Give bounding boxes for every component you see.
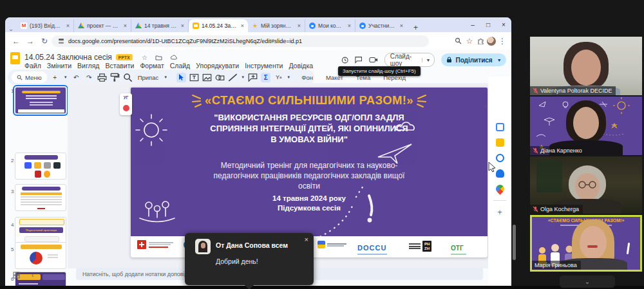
participant-video-2[interactable]: Діана Карпенко: [530, 97, 642, 155]
keep-icon[interactable]: [496, 138, 504, 147]
chat-title: От Дана Сопова всем: [216, 241, 288, 249]
participant-name-label: Марія Гриньова: [532, 261, 581, 270]
tab-close-icon[interactable]: ×: [298, 23, 301, 29]
menu-slide[interactable]: Слайд: [170, 62, 191, 70]
tab-close-icon[interactable]: ×: [66, 23, 70, 29]
current-slide[interactable]: «СТАЄМО СИЛЬНІШИМИ РАЗОМ!» "ВИКОРИСТАННЯ…: [131, 88, 488, 257]
tab-close-icon[interactable]: ×: [181, 23, 184, 29]
site-info-icon[interactable]: [58, 38, 64, 44]
slide-thumbnail-5[interactable]: [15, 242, 66, 269]
calendar-icon[interactable]: [496, 123, 504, 131]
textbox-tool-icon[interactable]: [189, 73, 199, 82]
address-bar[interactable]: docs.google.com/presentation/d/1D-UtBC1Z…: [52, 35, 429, 47]
menu-file[interactable]: Файл: [24, 62, 41, 70]
menu-edit[interactable]: Змінити: [47, 62, 71, 70]
bookmark-star-icon[interactable]: ☆: [464, 37, 475, 46]
insert-image-icon[interactable]: [202, 73, 212, 82]
zoom-tool-icon[interactable]: [123, 73, 133, 82]
maps-icon[interactable]: [494, 183, 506, 194]
grid-view-icon[interactable]: [13, 272, 20, 279]
collapse-filmstrip-icon[interactable]: ‹: [32, 272, 33, 279]
share-button[interactable]: Поділитися ▼: [441, 53, 506, 66]
tab-search-chevron-icon[interactable]: ⌄: [5, 26, 17, 32]
tab-zoom-conferences[interactable]: Мои конфере ×: [305, 19, 355, 32]
present-camera-icon[interactable]: [369, 56, 378, 64]
thumb-number: 5: [11, 247, 14, 252]
back-icon[interactable]: ←: [9, 37, 23, 46]
fit-zoom-select[interactable]: Припас: [136, 74, 161, 81]
tab-slides-active[interactable]: 14.05.24 Заклю ×: [189, 19, 248, 32]
tab-drive-project[interactable]: проект — зробл ×: [74, 19, 131, 32]
slideshow-button[interactable]: Слайд-шоу ▼: [384, 53, 435, 67]
forward-icon[interactable]: →: [23, 37, 37, 46]
minimize-button[interactable]: –: [465, 21, 480, 28]
tab-gmail[interactable]: M (193) Вхідні • пош ×: [17, 19, 74, 32]
chat-close-icon[interactable]: ×: [305, 236, 308, 243]
collaborator-cursor-badge[interactable]: УГ: [120, 93, 132, 115]
chart-tool-icon[interactable]: Σ: [261, 73, 270, 82]
tasks-icon[interactable]: [496, 154, 504, 162]
tab-star-page[interactable]: ★ Мій зоряний пр ×: [248, 19, 305, 32]
background-button[interactable]: Фон: [299, 74, 315, 81]
slide-thumbnail-3[interactable]: [15, 184, 66, 211]
thumb-number: 4: [11, 222, 14, 228]
select-tool-icon[interactable]: [176, 73, 186, 82]
menu-insert[interactable]: Вставити: [105, 62, 134, 70]
tab-drive-14-may[interactable]: 14 травня – Goo ×: [131, 19, 189, 32]
get-addons-button[interactable]: +: [497, 208, 502, 217]
tab-close-icon[interactable]: ×: [241, 23, 244, 29]
menu-help[interactable]: Довідка: [289, 62, 313, 70]
share-dropdown-icon[interactable]: ▼: [496, 58, 506, 62]
menu-search-box[interactable]: Меню: [12, 71, 47, 83]
text-style-dropdown-icon[interactable]: ▼: [287, 75, 290, 79]
reload-icon[interactable]: ↻: [37, 37, 52, 46]
tab-close-icon[interactable]: ×: [400, 23, 403, 29]
insert-line-icon[interactable]: [228, 73, 238, 82]
paint-format-icon[interactable]: [110, 73, 120, 82]
document-title[interactable]: 14.05.24 Заключна сесія: [24, 53, 112, 62]
maximize-button[interactable]: □: [480, 21, 496, 28]
tab-close-icon[interactable]: ×: [124, 23, 127, 29]
undo-icon[interactable]: ↶: [71, 73, 81, 82]
browser-menu-icon[interactable]: ⋮: [498, 37, 506, 46]
star-document-icon[interactable]: ☆: [142, 54, 147, 61]
slide-thumbnail-4[interactable]: Педагогічний практикум: [15, 217, 66, 244]
move-folder-icon[interactable]: [155, 55, 162, 61]
panel-resize-handle[interactable]: [513, 225, 516, 260]
insert-shape-icon[interactable]: [215, 73, 225, 82]
browser-profile-avatar[interactable]: [487, 37, 496, 46]
fit-dropdown-icon[interactable]: ▼: [164, 75, 167, 79]
slide-thumbnail-2[interactable]: [15, 153, 66, 180]
logo-phzh: PHZH: [409, 241, 431, 252]
participant-video-4-active-speaker[interactable]: «СТАЄМО СИЛЬНІШИМИ РАЗОМ!» Марія Гриньов…: [530, 215, 642, 272]
add-slide-icon[interactable]: +: [50, 73, 60, 82]
tab-zoom-participant[interactable]: Участник публ ×: [355, 19, 407, 32]
redo-icon[interactable]: ↷: [84, 73, 94, 82]
slideshow-dropdown-icon[interactable]: ▼: [422, 58, 435, 62]
version-history-icon[interactable]: [341, 56, 348, 64]
menu-view[interactable]: Вигляд: [77, 62, 99, 70]
line-dropdown-icon[interactable]: ▼: [241, 75, 245, 79]
insert-comment-icon[interactable]: [248, 73, 258, 82]
extensions-icon[interactable]: [477, 37, 484, 44]
slide-thumbnail-1[interactable]: [15, 87, 66, 114]
chat-notification-popup[interactable]: × От Дана Сопова всем Добрий день!: [185, 233, 314, 285]
menu-format[interactable]: Формат: [140, 62, 164, 70]
new-tab-button[interactable]: +: [413, 23, 418, 32]
participant-video-1[interactable]: Valentyna Poltorak DECIDE: [530, 37, 642, 95]
collapse-video-strip-button[interactable]: ⌄: [560, 275, 615, 288]
tab-close-icon[interactable]: ×: [348, 23, 351, 29]
tab-label: 14.05.24 Заклю: [202, 23, 237, 29]
menu-tools[interactable]: Інструменти: [245, 62, 283, 70]
search-icon[interactable]: [455, 37, 462, 44]
close-button[interactable]: ×: [496, 21, 511, 28]
contacts-icon[interactable]: [496, 169, 504, 178]
comments-icon[interactable]: [355, 56, 362, 64]
cloud-status-icon[interactable]: [170, 55, 178, 61]
add-slide-dropdown-icon[interactable]: ▼: [63, 73, 68, 82]
collapse-panel-chevron-icon[interactable]: ⌃: [483, 105, 488, 111]
participant-video-3[interactable]: Olga Kocherga: [530, 156, 642, 214]
menu-arrange[interactable]: Упорядкувати: [196, 62, 239, 70]
print-icon[interactable]: [97, 73, 107, 82]
text-style-icon[interactable]: Ya: [274, 73, 283, 82]
